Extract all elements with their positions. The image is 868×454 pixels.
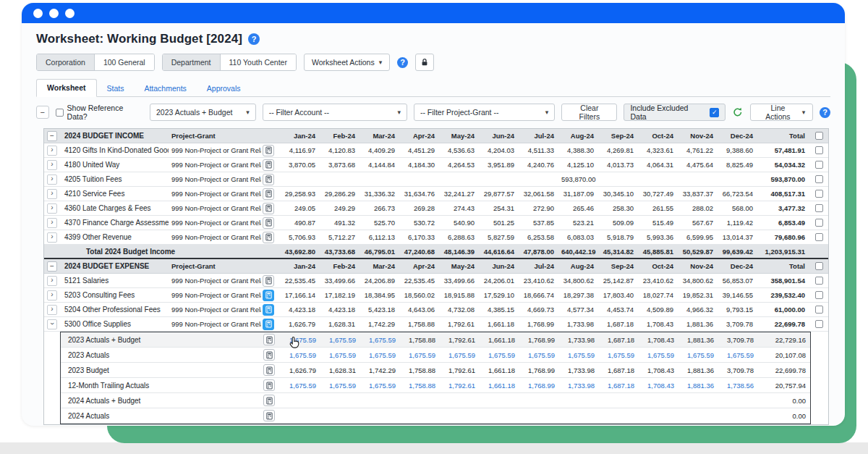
month-value-cell[interactable]: 1,758.88 [400, 382, 440, 390]
tab-worksheet[interactable]: Worksheet [36, 79, 97, 97]
month-value-cell[interactable]: 4,732.08 [439, 306, 479, 314]
month-value-cell[interactable]: 33,499.66 [320, 277, 359, 285]
month-value-cell[interactable]: 6,112.13 [359, 233, 399, 241]
month-value-cell[interactable]: 6,170.33 [399, 233, 439, 241]
month-value-cell[interactable]: 9,793.15 [718, 306, 757, 314]
month-value-cell[interactable]: 23,410.62 [638, 277, 678, 285]
month-value-cell[interactable]: 4,184.30 [399, 161, 439, 169]
month-value-cell[interactable]: 4,423.18 [280, 306, 320, 314]
month-value-cell[interactable]: 568.00 [718, 204, 757, 212]
month-value-cell[interactable]: 515.49 [638, 219, 678, 227]
month-value-cell[interactable]: 1,675.59 [320, 351, 360, 359]
month-value-cell[interactable]: 1,675.59 [320, 336, 360, 344]
month-value-cell[interactable]: 1,708.43 [638, 320, 678, 328]
calculator-icon[interactable] [263, 174, 274, 185]
month-value-cell[interactable]: 269.28 [399, 204, 439, 212]
month-value-cell[interactable]: 593,870.00 [558, 175, 598, 183]
month-value-cell[interactable]: 1,661.18 [480, 366, 519, 374]
month-value-cell[interactable]: 1,881.36 [678, 366, 718, 374]
month-value-cell[interactable]: 1,675.59 [678, 351, 718, 359]
calculator-icon[interactable] [263, 232, 274, 243]
month-value-cell[interactable]: 32,241.27 [439, 190, 479, 198]
month-value-cell[interactable]: 6,599.95 [678, 233, 718, 241]
month-value-cell[interactable]: 1,675.59 [559, 351, 599, 359]
month-value-cell[interactable]: 1,881.36 [678, 320, 718, 328]
month-value-cell[interactable]: 1,675.59 [281, 382, 320, 390]
month-value-cell[interactable]: 3,870.05 [280, 161, 320, 169]
expand-row-icon[interactable]: › [47, 146, 57, 156]
month-value-cell[interactable]: 18,666.74 [519, 291, 558, 299]
calculator-icon[interactable] [263, 159, 274, 171]
month-value-cell[interactable]: 33,499.66 [439, 277, 479, 285]
month-value-cell[interactable]: 1,675.59 [320, 382, 360, 390]
month-value-cell[interactable]: 4,240.76 [519, 161, 558, 169]
month-value-cell[interactable]: 1,708.43 [639, 366, 678, 374]
month-value-cell[interactable]: 8,825.49 [718, 161, 757, 169]
month-value-cell[interactable]: 4,409.29 [359, 146, 399, 154]
month-value-cell[interactable]: 1,758.88 [400, 336, 440, 344]
calculator-icon[interactable] [263, 334, 275, 345]
month-value-cell[interactable]: 19,852.31 [678, 291, 718, 299]
month-value-cell[interactable]: 32,061.58 [519, 190, 558, 198]
account-filter-select[interactable]: -- Filter Account -- ▾ [263, 104, 407, 121]
month-value-cell[interactable]: 1,628.31 [320, 320, 359, 328]
month-value-cell[interactable]: 1,675.59 [599, 351, 639, 359]
month-value-cell[interactable]: 1,742.29 [359, 320, 399, 328]
month-value-cell[interactable]: 17,166.14 [280, 291, 320, 299]
month-value-cell[interactable]: 4,269.81 [598, 146, 638, 154]
row-checkbox[interactable] [815, 146, 823, 154]
expand-row-icon[interactable]: › [47, 203, 57, 214]
month-value-cell[interactable]: 1,675.59 [360, 336, 400, 344]
month-value-cell[interactable]: 4,966.32 [678, 306, 718, 314]
lock-button[interactable] [415, 54, 434, 71]
month-value-cell[interactable]: 265.46 [558, 204, 598, 212]
month-value-cell[interactable]: 523.21 [558, 219, 598, 227]
month-value-cell[interactable]: 249.29 [320, 204, 359, 212]
month-value-cell[interactable]: 4,509.89 [638, 306, 678, 314]
month-value-cell[interactable]: 1,628.31 [320, 366, 360, 374]
month-value-cell[interactable]: 1,733.98 [559, 382, 599, 390]
month-value-cell[interactable]: 13,014.37 [718, 233, 757, 241]
month-value-cell[interactable]: 1,661.18 [479, 320, 519, 328]
month-value-cell[interactable]: 1,675.59 [360, 351, 400, 359]
row-checkbox[interactable] [815, 204, 823, 212]
calculator-icon[interactable] [263, 217, 274, 229]
month-value-cell[interactable]: 4,385.15 [479, 306, 519, 314]
month-value-cell[interactable]: 1,738.56 [718, 382, 758, 390]
month-value-cell[interactable]: 1,675.59 [718, 351, 758, 359]
calculator-icon[interactable] [263, 188, 274, 200]
month-value-cell[interactable]: 4,120.83 [320, 146, 359, 154]
help-icon[interactable]: ? [820, 107, 830, 118]
tab-stats[interactable]: Stats [97, 80, 135, 97]
month-value-cell[interactable]: 567.67 [678, 219, 718, 227]
month-value-cell[interactable]: 3,873.68 [320, 161, 359, 169]
month-value-cell[interactable]: 4,453.74 [598, 306, 638, 314]
expand-row-icon[interactable]: › [47, 305, 57, 315]
month-value-cell[interactable]: 540.90 [439, 219, 479, 227]
month-value-cell[interactable]: 525.70 [359, 219, 399, 227]
month-value-cell[interactable]: 3,709.78 [718, 366, 758, 374]
month-value-cell[interactable]: 261.55 [638, 204, 678, 212]
month-value-cell[interactable]: 4,264.53 [439, 161, 479, 169]
month-value-cell[interactable]: 1,881.36 [678, 336, 718, 344]
month-value-cell[interactable]: 1,708.43 [639, 382, 678, 390]
month-value-cell[interactable]: 3,951.89 [479, 161, 519, 169]
calculator-icon[interactable] [263, 364, 275, 376]
month-value-cell[interactable]: 30,345.10 [598, 190, 638, 198]
month-value-cell[interactable]: 6,083.03 [558, 233, 598, 241]
month-value-cell[interactable]: 1,733.98 [559, 366, 599, 374]
month-value-cell[interactable]: 1,768.99 [519, 320, 558, 328]
row-checkbox[interactable] [815, 306, 823, 314]
row-checkbox[interactable] [815, 161, 823, 169]
month-value-cell[interactable]: 491.32 [320, 219, 359, 227]
clear-filters-button[interactable]: Clear Filters [561, 104, 617, 121]
calculator-icon[interactable] [263, 319, 274, 330]
month-value-cell[interactable]: 4,013.73 [598, 161, 638, 169]
month-value-cell[interactable]: 17,529.10 [479, 291, 519, 299]
month-value-cell[interactable]: 4,761.22 [678, 146, 718, 154]
month-value-cell[interactable]: 6,288.63 [439, 233, 479, 241]
month-value-cell[interactable]: 1,119.42 [718, 219, 757, 227]
month-value-cell[interactable]: 4,144.84 [359, 161, 399, 169]
month-value-cell[interactable]: 1,792.61 [440, 366, 480, 374]
month-value-cell[interactable]: 3,709.78 [718, 320, 757, 328]
